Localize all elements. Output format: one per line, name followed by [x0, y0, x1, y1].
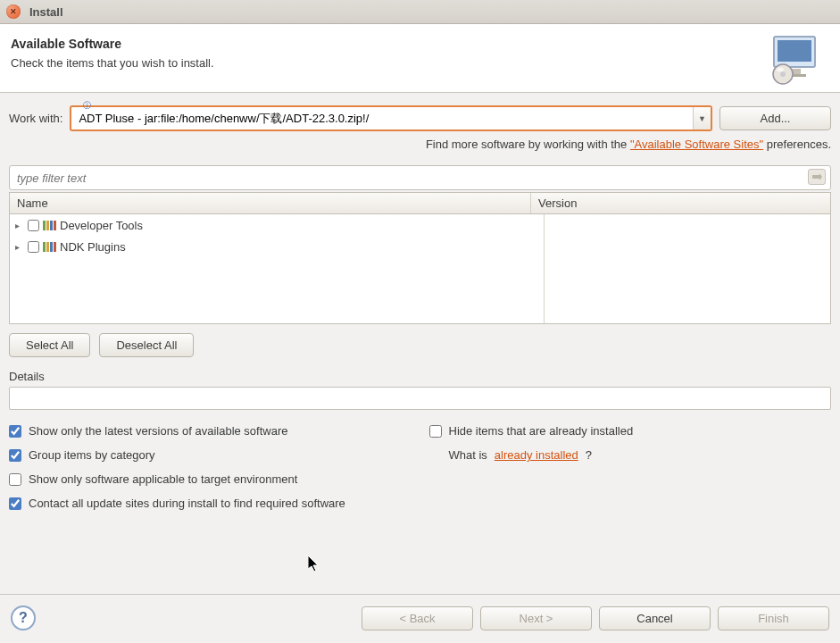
svg-rect-1 — [778, 40, 811, 62]
svg-rect-10 — [54, 221, 56, 230]
filter-input[interactable] — [9, 165, 831, 190]
tree-row[interactable]: ▸ NDK Plugins — [10, 236, 830, 257]
opt-target[interactable]: Show only software applicable to target … — [9, 472, 412, 486]
available-sites-link[interactable]: "Available Software Sites" — [630, 138, 763, 151]
deselect-all-button[interactable]: Deselect All — [99, 333, 194, 357]
wizard-header: Available Software Check the items that … — [0, 24, 840, 93]
page-title: Available Software — [11, 37, 214, 51]
expand-icon[interactable]: ▸ — [15, 242, 24, 252]
next-button[interactable]: Next > — [480, 606, 592, 630]
add-button[interactable]: Add... — [719, 106, 831, 130]
svg-rect-9 — [50, 221, 53, 230]
select-all-button[interactable]: Select All — [9, 333, 90, 357]
category-icon — [43, 221, 56, 230]
already-installed-link[interactable]: already installed — [495, 448, 578, 462]
wizard-footer: ? < Back Next > Cancel Finish — [0, 594, 840, 643]
svg-rect-12 — [46, 242, 49, 252]
close-icon[interactable]: ✕ — [6, 4, 21, 19]
workwith-label: Work with: — [9, 112, 62, 125]
help-icon[interactable]: ? — [11, 605, 36, 630]
cancel-button[interactable]: Cancel — [599, 606, 711, 630]
clear-filter-icon[interactable] — [808, 169, 826, 185]
svg-point-6 — [777, 68, 784, 72]
opt-latest[interactable]: Show only the latest versions of availab… — [9, 424, 412, 438]
category-icon — [43, 242, 56, 252]
opt-hide[interactable]: Hide items that are already installed — [429, 424, 832, 438]
finish-button[interactable]: Finish — [718, 606, 829, 630]
details-box — [9, 387, 831, 410]
opt-latest-checkbox[interactable] — [9, 425, 21, 438]
expand-icon[interactable]: ▸ — [15, 221, 24, 230]
titlebar: ✕ Install — [0, 0, 840, 24]
opt-contact[interactable]: Contact all update sites during install … — [9, 497, 412, 510]
details-label: Details — [9, 370, 831, 383]
info-icon: ⓘ — [83, 100, 91, 112]
opt-contact-checkbox[interactable] — [9, 497, 21, 510]
svg-rect-8 — [46, 221, 49, 230]
window-title: Install — [29, 5, 63, 19]
opt-hide-checkbox[interactable] — [429, 425, 442, 438]
page-subtitle: Check the items that you wish to install… — [11, 56, 214, 70]
chevron-down-icon[interactable]: ▼ — [693, 107, 711, 129]
svg-rect-7 — [43, 221, 46, 230]
item-label: NDK Plugins — [60, 240, 126, 254]
item-checkbox[interactable] — [28, 241, 39, 253]
whatis-line: What is already installed? — [429, 448, 832, 462]
col-version[interactable]: Version — [531, 193, 830, 213]
item-checkbox[interactable] — [28, 220, 39, 231]
svg-rect-11 — [43, 242, 46, 252]
workwith-input[interactable] — [71, 107, 693, 129]
install-icon — [769, 37, 826, 81]
back-button[interactable]: < Back — [362, 606, 473, 630]
software-table: Name Version ▸ Developer Tools ▸ NDK Plu… — [9, 192, 831, 324]
opt-target-checkbox[interactable] — [9, 473, 21, 486]
workwith-combo[interactable]: ▼ — [70, 105, 712, 131]
opt-group-checkbox[interactable] — [9, 449, 21, 462]
tree-row[interactable]: ▸ Developer Tools — [10, 214, 830, 236]
col-name[interactable]: Name — [10, 193, 531, 213]
opt-group[interactable]: Group items by category — [9, 448, 412, 462]
svg-rect-13 — [50, 242, 53, 252]
sites-hint: Find more software by working with the "… — [9, 138, 831, 151]
svg-rect-14 — [54, 242, 56, 252]
svg-point-5 — [780, 71, 786, 77]
item-label: Developer Tools — [60, 219, 143, 232]
